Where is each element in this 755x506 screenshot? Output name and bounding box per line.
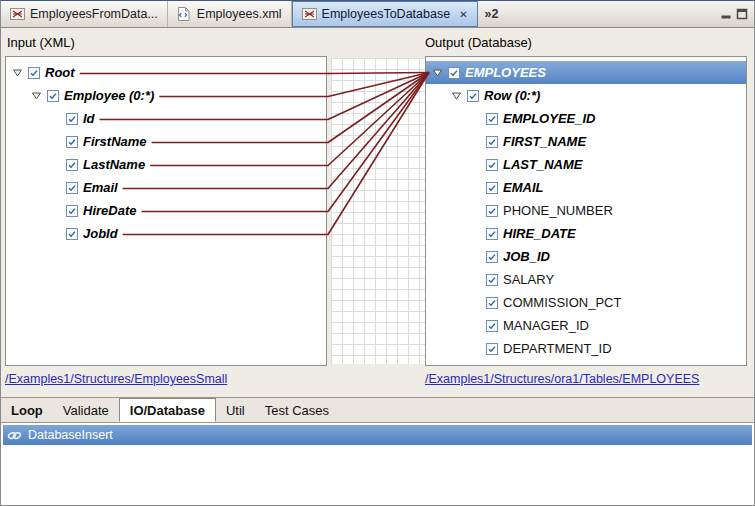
tab-label: EmployeesFromData... (30, 7, 158, 21)
tree-item-jobid[interactable]: JobId (6, 222, 326, 245)
input-panel-title: Input (XML) (7, 35, 75, 50)
element-icon (66, 136, 79, 148)
editor-tab-employees-xml[interactable]: Employees.xml (168, 1, 292, 27)
tree-item-label: COMMISSION_PCT (503, 295, 621, 310)
tree-item-row-0[interactable]: Row (0:*) (426, 84, 746, 107)
tree-item-firstname[interactable]: FirstName (6, 130, 326, 153)
function-section: LoopValidateIO/DatabaseUtilTest Cases Da… (1, 397, 754, 506)
tree-item-label: Root (45, 65, 75, 80)
tree-item-label: EMPLOYEE_ID (503, 111, 595, 126)
bottom-tab-io-database[interactable]: IO/Database (119, 398, 216, 422)
tree-item-lastname[interactable]: LastName (6, 153, 326, 176)
element-icon (66, 228, 79, 240)
xml-file-icon (177, 7, 192, 21)
input-xml-tree: RootEmployee (0:*)IdFirstNameLastNameEma… (5, 56, 327, 366)
tree-item-first-name[interactable]: FIRST_NAME (426, 130, 746, 153)
element-icon (28, 67, 41, 79)
tree-item-label: DEPARTMENT_ID (503, 341, 612, 356)
tree-item-label: LastName (83, 157, 145, 172)
expander-open-icon[interactable] (31, 91, 47, 101)
output-structure-link[interactable]: /Examples1/Structures/ora1/Tables/EMPLOY… (425, 372, 699, 386)
tree-item-email[interactable]: EMAIL (426, 176, 746, 199)
tree-item-employees[interactable]: EMPLOYEES (426, 61, 746, 84)
element-icon (66, 182, 79, 194)
element-icon (486, 113, 499, 125)
tree-item-label: MANAGER_ID (503, 318, 589, 333)
element-icon (47, 90, 60, 102)
tab-label: Employees.xml (197, 7, 282, 21)
element-icon (66, 159, 79, 171)
output-panel-title: Output (Database) (425, 35, 532, 50)
window-controls (714, 1, 754, 27)
function-list: DatabaseInsert (1, 425, 754, 506)
tab-label: IO/Database (130, 403, 205, 418)
maximize-view-button[interactable] (736, 8, 748, 20)
tree-item-id[interactable]: Id (6, 107, 326, 130)
tree-item-label: SALARY (503, 272, 554, 287)
tree-item-label: FirstName (83, 134, 147, 149)
tree-item-label: PHONE_NUMBER (503, 203, 613, 218)
tree-item-label: JobId (83, 226, 118, 241)
tree-item-salary[interactable]: SALARY (426, 268, 746, 291)
tab-label: Validate (63, 403, 109, 418)
bottom-tab-loop[interactable]: Loop (1, 398, 53, 422)
editor-tab-2[interactable]: »2 (478, 1, 506, 27)
editor-tab-employeestodatabase[interactable]: EmployeesToDatabase✕ (292, 1, 478, 27)
element-icon (486, 343, 499, 355)
expander-open-icon[interactable] (451, 91, 467, 101)
tree-item-label: LAST_NAME (503, 157, 582, 172)
tree-item-manager-id[interactable]: MANAGER_ID (426, 314, 746, 337)
element-icon (66, 205, 79, 217)
minimize-view-button[interactable] (720, 8, 732, 20)
element-icon (486, 228, 499, 240)
bottom-tab-bar: LoopValidateIO/DatabaseUtilTest Cases (1, 398, 754, 423)
close-tab-icon[interactable]: ✕ (459, 9, 467, 20)
tree-item-employee-0[interactable]: Employee (0:*) (6, 84, 326, 107)
element-icon (486, 251, 499, 263)
map-file-icon (302, 7, 317, 21)
element-icon (486, 320, 499, 332)
tree-item-label: FIRST_NAME (503, 134, 586, 149)
map-file-icon (10, 7, 25, 21)
element-icon (486, 159, 499, 171)
function-item-label: DatabaseInsert (28, 428, 113, 442)
tree-item-label: EMPLOYEES (465, 65, 546, 80)
tab-label: Test Cases (265, 403, 329, 418)
tree-item-employee-id[interactable]: EMPLOYEE_ID (426, 107, 746, 130)
editor-tab-employeesfromdata[interactable]: EmployeesFromData... (1, 1, 168, 27)
tree-item-job-id[interactable]: JOB_ID (426, 245, 746, 268)
element-icon (486, 297, 499, 309)
bottom-tab-test-cases[interactable]: Test Cases (255, 398, 339, 422)
expander-open-icon[interactable] (12, 68, 28, 78)
tree-item-label: Id (83, 111, 95, 126)
tree-item-root[interactable]: Root (6, 61, 326, 84)
expander-open-icon[interactable] (432, 68, 448, 78)
tree-item-label: JOB_ID (503, 249, 550, 264)
tree-item-department-id[interactable]: DEPARTMENT_ID (426, 337, 746, 360)
element-icon (486, 274, 499, 286)
tree-item-last-name[interactable]: LAST_NAME (426, 153, 746, 176)
element-icon (467, 90, 480, 102)
tree-item-label: EMAIL (503, 180, 543, 195)
tree-item-phone-number[interactable]: PHONE_NUMBER (426, 199, 746, 222)
tree-item-label: HireDate (83, 203, 136, 218)
mapping-canvas[interactable] (331, 58, 425, 364)
tab-label: Util (226, 403, 245, 418)
element-icon (448, 67, 461, 79)
tab-label: EmployeesToDatabase (322, 7, 451, 21)
link-chain-icon (7, 430, 22, 441)
bottom-tab-util[interactable]: Util (216, 398, 255, 422)
database-insert-row[interactable]: DatabaseInsert (3, 425, 752, 445)
input-structure-link[interactable]: /Examples1/Structures/EmployeesSmall (5, 372, 227, 386)
editor-tab-bar: EmployeesFromData...Employees.xmlEmploye… (1, 1, 754, 28)
element-icon (486, 182, 499, 194)
tree-item-label: HIRE_DATE (503, 226, 576, 241)
tree-item-commission-pct[interactable]: COMMISSION_PCT (426, 291, 746, 314)
tree-item-hire-date[interactable]: HIRE_DATE (426, 222, 746, 245)
bottom-tab-validate[interactable]: Validate (53, 398, 119, 422)
tree-item-label: Email (83, 180, 118, 195)
tree-item-hiredate[interactable]: HireDate (6, 199, 326, 222)
element-icon (486, 205, 499, 217)
tab-label: Loop (11, 403, 43, 418)
tree-item-email[interactable]: Email (6, 176, 326, 199)
